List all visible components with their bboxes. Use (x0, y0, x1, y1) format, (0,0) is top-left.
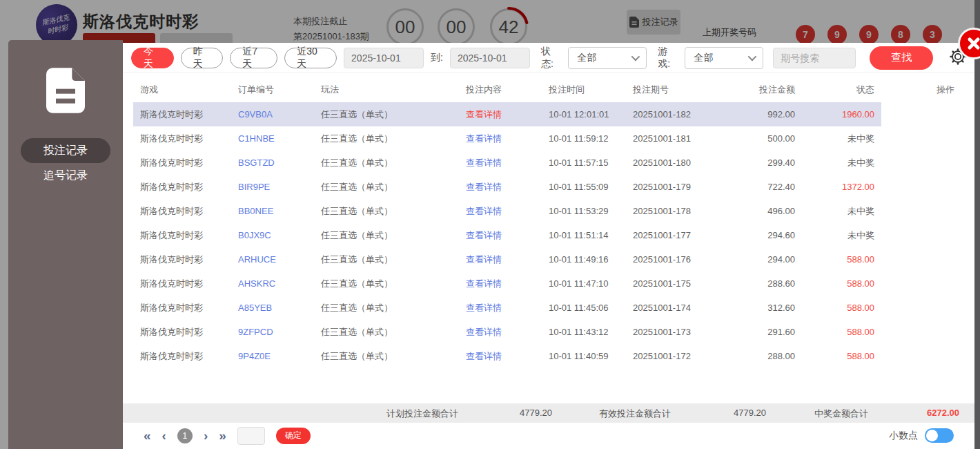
header-time: 投注时间 (542, 84, 626, 96)
prev-page-button[interactable]: ‹ (162, 428, 166, 443)
cell-game: 斯洛伐克时时彩 (133, 302, 231, 314)
view-detail-link[interactable]: 查看详情 (459, 157, 542, 169)
next-page-button[interactable]: › (204, 428, 208, 443)
cell-order-link[interactable]: BB0NEE (231, 206, 314, 216)
header-play: 玩法 (314, 84, 459, 96)
records-document-icon (46, 68, 85, 113)
view-detail-link[interactable]: 查看详情 (459, 102, 542, 126)
header-content: 投注内容 (459, 84, 542, 96)
cell-status: 未中奖 (802, 229, 881, 242)
current-page-indicator[interactable]: 1 (177, 428, 193, 443)
header-actions: 操作 (881, 84, 964, 96)
game-select[interactable]: 全部 (685, 47, 763, 69)
search-button[interactable]: 查找 (870, 46, 933, 70)
quick-filter-yesterday[interactable]: 昨天 (181, 48, 224, 68)
bet-records-modal: 今天 昨天 近7天 近30天 到: 状态: 全部 游戏: 全部 查找 (123, 43, 974, 449)
date-to-input[interactable] (450, 48, 530, 68)
quick-filter-7days[interactable]: 近7天 (230, 48, 277, 68)
cell-order-link[interactable]: BSGTZD (231, 157, 314, 168)
cell-order-link[interactable]: C9VB0A (231, 102, 314, 126)
view-detail-link[interactable]: 查看详情 (459, 302, 542, 314)
cell-amount: 992.00 (736, 102, 802, 126)
cell-status: 588.00 (802, 278, 881, 289)
cell-period: 20251001-181 (626, 133, 736, 144)
cell-status: 1372.00 (802, 182, 881, 192)
win-total-value: 6272.00 (904, 408, 959, 418)
cell-period: 20251001-182 (626, 102, 736, 126)
table-row: 斯洛伐克时时彩 B0JX9C 任三直选（单式） 查看详情 10-01 11:51… (123, 223, 974, 247)
view-detail-link[interactable]: 查看详情 (459, 205, 542, 218)
table-body: 斯洛伐克时时彩 C9VB0A 任三直选（单式） 查看详情 10-01 12:01… (123, 102, 974, 368)
header-order: 订单编号 (231, 84, 314, 96)
cell-period: 20251001-172 (626, 351, 736, 361)
cell-amount: 299.40 (736, 157, 802, 168)
cell-order-link[interactable]: B0JX9C (231, 230, 314, 240)
summary-bar: 计划投注金额合计 4779.20 有效投注金额合计 4779.20 中奖金额合计… (123, 403, 974, 423)
view-detail-link[interactable]: 查看详情 (459, 133, 542, 145)
first-page-button[interactable]: « (144, 428, 151, 443)
last-page-button[interactable]: » (219, 428, 226, 443)
cell-order-link[interactable]: BIR9PE (231, 182, 314, 192)
cell-order-link[interactable]: 9P4Z0E (231, 351, 314, 361)
cell-period: 20251001-174 (626, 303, 736, 313)
decimal-setting: 小数点 (889, 428, 954, 443)
cell-status: 588.00 (802, 303, 881, 313)
cell-status: 未中奖 (802, 133, 881, 145)
cell-order-link[interactable]: ARHUCE (231, 254, 314, 265)
decimal-toggle[interactable] (925, 428, 954, 443)
table-row: 斯洛伐克时时彩 BB0NEE 任三直选（单式） 查看详情 10-01 11:53… (123, 199, 974, 223)
game-select-value: 全部 (694, 52, 713, 64)
period-search-input[interactable] (773, 48, 856, 68)
cell-order-link[interactable]: C1HNBE (231, 133, 314, 144)
cell-status: 未中奖 (802, 205, 881, 218)
cell-play: 任三直选（单式） (314, 181, 459, 193)
plan-total-label: 计划投注金额合计 (386, 408, 458, 420)
cell-status: 588.00 (802, 254, 881, 265)
cell-play: 任三直选（单式） (314, 254, 459, 266)
quick-filter-today[interactable]: 今天 (131, 48, 174, 68)
bet-records-table: 游戏 订单编号 玩法 投注内容 投注时间 投注期号 投注金额 状态 操作 斯洛伐… (123, 77, 974, 368)
cell-game: 斯洛伐克时时彩 (133, 326, 231, 338)
view-detail-link[interactable]: 查看详情 (459, 181, 542, 193)
table-row: 斯洛伐克时时彩 BIR9PE 任三直选（单式） 查看详情 10-01 11:55… (123, 175, 974, 199)
cell-time: 10-01 11:57:15 (542, 157, 626, 168)
sidebar-item-label: 投注记录 (43, 144, 88, 158)
table-row: 斯洛伐克时时彩 AHSKRC 任三直选（单式） 查看详情 10-01 11:47… (123, 271, 974, 296)
confirm-page-button[interactable]: 确定 (276, 428, 311, 444)
date-from-input[interactable] (344, 48, 424, 68)
header-period: 投注期号 (626, 84, 736, 96)
page-scrollbar[interactable] (974, 0, 980, 449)
goto-page-input[interactable] (237, 427, 265, 445)
cell-play: 任三直选（单式） (314, 133, 459, 145)
cell-amount: 291.60 (736, 327, 802, 337)
valid-total-label: 有效投注金额合计 (599, 408, 671, 420)
decimal-label: 小数点 (889, 430, 918, 442)
cell-play: 任三直选（单式） (314, 278, 459, 290)
sidebar-item-chase-records[interactable]: 追号记录 (21, 163, 110, 188)
cell-amount: 312.60 (736, 303, 802, 313)
cell-time: 10-01 11:45:06 (542, 303, 626, 313)
cell-amount: 500.00 (736, 133, 802, 144)
sidebar-item-bet-records[interactable]: 投注记录 (21, 138, 110, 163)
cell-game: 斯洛伐克时时彩 (133, 181, 231, 193)
cell-time: 10-01 11:55:09 (542, 182, 626, 192)
cell-status: 1960.00 (802, 102, 881, 126)
cell-order-link[interactable]: 9ZFPCD (231, 327, 314, 337)
cell-game: 斯洛伐克时时彩 (133, 254, 231, 266)
status-select[interactable]: 全部 (568, 47, 647, 69)
cell-order-link[interactable]: A85YEB (231, 303, 314, 313)
cell-period: 20251001-175 (626, 278, 736, 289)
view-detail-link[interactable]: 查看详情 (459, 229, 542, 242)
cell-amount: 288.60 (736, 278, 802, 289)
quick-filter-30days[interactable]: 近30天 (284, 48, 337, 68)
view-detail-link[interactable]: 查看详情 (459, 350, 542, 363)
view-detail-link[interactable]: 查看详情 (459, 278, 542, 290)
cell-game: 斯洛伐克时时彩 (133, 350, 231, 363)
cell-game: 斯洛伐克时时彩 (133, 278, 231, 290)
cell-actions (881, 102, 964, 126)
view-detail-link[interactable]: 查看详情 (459, 326, 542, 338)
cell-game: 斯洛伐克时时彩 (133, 157, 231, 169)
view-detail-link[interactable]: 查看详情 (459, 254, 542, 266)
cell-order-link[interactable]: AHSKRC (231, 278, 314, 289)
cell-status: 588.00 (802, 351, 881, 361)
